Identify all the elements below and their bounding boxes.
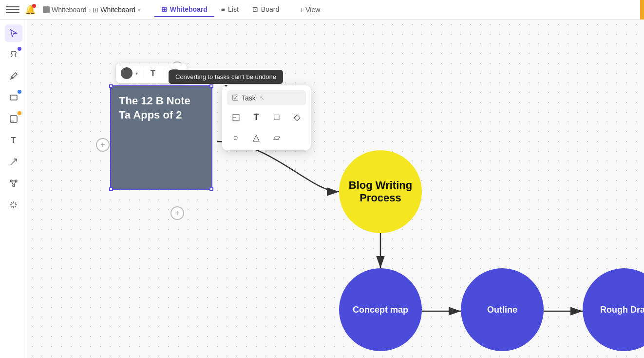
sidebar-item-text[interactable]: T: [5, 132, 22, 149]
rectangle-dot: [18, 90, 21, 94]
menu-icon[interactable]: [6, 3, 19, 17]
shape-dropdown: ☑ Task ↖ ◱ T □ ◇ ○ △ ▱: [222, 85, 311, 150]
resize-handle-bl[interactable]: [109, 187, 113, 191]
cursor-icon: ↖: [260, 95, 265, 101]
task-convert-button[interactable]: ☑ Task ↖: [227, 90, 306, 105]
note-card[interactable]: The 12 B Note Ta Apps of 2: [110, 85, 212, 190]
list-tab-icon: ≡: [221, 5, 225, 13]
task-label: Task: [242, 94, 256, 102]
flow-node-outline-label: Outline: [487, 305, 517, 315]
svg-rect-14: [171, 70, 178, 77]
toolbar-text-btn[interactable]: T: [146, 66, 160, 80]
canvas: + + The 12 B Note Ta Apps of 2 + ▾ T Con…: [27, 20, 644, 358]
svg-line-2: [11, 159, 17, 165]
breadcrumb-dropdown[interactable]: ▾: [137, 6, 141, 14]
note-card-text: The 12 B Note Ta Apps of 2: [119, 94, 204, 122]
resize-handle-tl[interactable]: [109, 84, 113, 88]
sidebar-item-connections[interactable]: [5, 175, 22, 192]
breadcrumb-page-icon: [43, 6, 50, 13]
resize-handle-br[interactable]: [209, 187, 213, 191]
list-tab-label: List: [228, 5, 239, 13]
toolbar-sep-2: [164, 68, 164, 78]
flow-node-concept-label: Concept map: [353, 305, 408, 315]
flow-node-rough[interactable]: Rough Draf: [583, 268, 644, 351]
shape-triangle-btn[interactable]: △: [247, 129, 265, 146]
shape-text-btn[interactable]: T: [247, 108, 265, 126]
breadcrumb-sep: ›: [89, 6, 91, 14]
tab-board[interactable]: ⊡ Board: [246, 2, 286, 17]
shape-parallelogram-btn[interactable]: ▱: [268, 129, 285, 146]
nav-tabs: ⊞ Whiteboard ≡ List ⊡ Board: [154, 2, 286, 17]
svg-point-5: [13, 185, 15, 187]
shape-sticky-btn[interactable]: ◱: [227, 108, 245, 126]
sticky-dot: [18, 111, 21, 115]
svg-line-7: [12, 182, 13, 185]
sidebar-item-paint[interactable]: [5, 46, 22, 63]
paint-dot: [18, 47, 21, 51]
board-tab-label: Board: [261, 5, 279, 13]
task-check-icon: ☑: [232, 93, 239, 102]
shape-row-2: ○ △ ▱: [227, 129, 306, 146]
sidebar-item-sticky[interactable]: [5, 110, 22, 128]
sidebar-item-cursor[interactable]: [5, 24, 22, 42]
view-button[interactable]: + View: [295, 3, 325, 16]
flow-node-concept[interactable]: Concept map: [339, 268, 422, 351]
shape-circle-btn[interactable]: ○: [227, 129, 245, 146]
shape-diamond-btn[interactable]: ◇: [288, 108, 306, 126]
flow-node-blog-writing[interactable]: Blog Writing Process: [339, 150, 422, 233]
flow-node-blog-label: Blog Writing Process: [339, 179, 422, 204]
shape-row-1: ◱ T □ ◇: [227, 108, 306, 126]
notification-dot: [32, 4, 36, 8]
flow-node-rough-label: Rough Draf: [600, 305, 644, 315]
right-accent-bar: [640, 0, 644, 20]
svg-point-13: [124, 71, 129, 76]
add-button-left[interactable]: +: [96, 138, 110, 152]
whiteboard-tab-label: Whiteboard: [170, 5, 208, 13]
add-button-bottom[interactable]: +: [170, 206, 184, 220]
svg-rect-0: [10, 95, 17, 100]
sidebar-item-rectangle[interactable]: [5, 89, 22, 106]
whiteboard-tab-icon: ⊞: [161, 5, 167, 13]
svg-line-8: [14, 182, 16, 185]
note-toolbar: ▾ T: [116, 63, 187, 83]
breadcrumb-parent[interactable]: Whiteboard: [52, 6, 87, 14]
resize-handle-tr[interactable]: [209, 84, 213, 88]
sidebar-item-arrow[interactable]: [5, 153, 22, 171]
shape-square-btn[interactable]: □: [268, 108, 285, 126]
breadcrumb-current[interactable]: Whiteboard: [100, 6, 135, 14]
board-tab-icon: ⊡: [252, 5, 258, 13]
sidebar-item-sparkle[interactable]: [5, 196, 22, 214]
sidebar-item-pen[interactable]: [5, 67, 22, 85]
breadcrumb: Whiteboard › ⊞ Whiteboard ▾: [43, 6, 141, 14]
toolbar-sep-1: [142, 68, 142, 78]
toolbar-color-btn[interactable]: [121, 67, 133, 79]
topbar: 🔔 Whiteboard › ⊞ Whiteboard ▾ ⊞ Whiteboa…: [0, 0, 644, 20]
tab-whiteboard[interactable]: ⊞ Whiteboard: [154, 2, 214, 17]
sidebar: T: [0, 20, 27, 358]
tab-list[interactable]: ≡ List: [214, 2, 246, 17]
flow-node-outline[interactable]: Outline: [461, 268, 544, 351]
text-icon: T: [11, 136, 16, 145]
toolbar-convert-btn[interactable]: [168, 66, 182, 80]
notification-button[interactable]: 🔔: [23, 3, 37, 17]
